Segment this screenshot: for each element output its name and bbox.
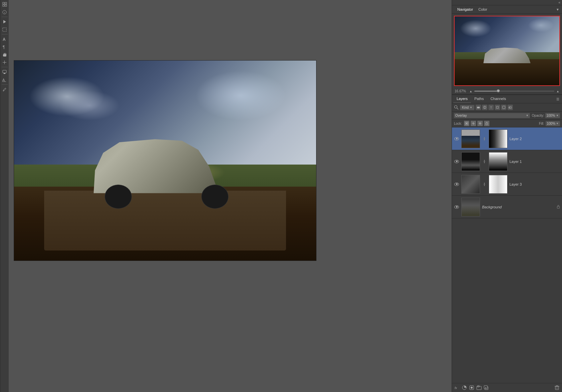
svg-rect-13 [6,54,6,55]
svg-point-41 [484,161,485,162]
layer2-mask-thumb [489,129,507,148]
panels-icon[interactable] [1,1,8,8]
lock-all-icon[interactable] [484,121,489,126]
svg-point-47 [471,387,473,389]
blend-mode-value: Overlay [455,114,467,117]
play-icon[interactable] [1,18,8,25]
filter-shape-icon[interactable] [495,105,500,110]
canvas-container[interactable] [14,60,316,261]
delete-layer-btn[interactable] [554,385,560,391]
zoom-bar: 16.67% ▲ ▲ [452,88,562,95]
layer1-thumb [461,152,480,171]
opacity-label: Opacity: [532,114,544,117]
panel-options-btn[interactable]: ▼ [556,8,559,11]
collapse-panel-btn[interactable]: « [452,0,562,5]
create-group-btn[interactable] [476,385,482,391]
lock-position-icon[interactable] [471,121,476,126]
paragraph-icon[interactable]: ¶ [1,43,8,51]
add-fx-btn[interactable]: fx [454,385,460,391]
layer1-link-icon [482,160,487,164]
svg-rect-29 [509,107,510,108]
zoom-in-icon[interactable]: ▲ [556,90,559,93]
svg-rect-16 [3,70,6,73]
eye-icon-background [454,205,459,209]
canvas-image [14,61,316,261]
svg-point-40 [484,138,485,139]
layer1-visibility[interactable] [454,160,459,163]
filter-bar: Kind ▼ T [452,103,562,112]
svg-marker-37 [479,123,480,124]
filter-dropdown-arrow: ▼ [470,106,472,109]
zoom-value: 16.67% [455,89,467,93]
tab-paths[interactable]: Paths [471,95,487,103]
layer3-mask-thumb [489,175,507,194]
layer2-link-icon [482,137,487,141]
svg-marker-6 [3,20,6,23]
tab-channels[interactable]: Channels [487,95,509,103]
zoom-slider-thumb[interactable] [497,89,500,92]
layer-item-background[interactable]: Background [452,196,562,218]
svg-rect-39 [486,123,488,125]
transform-icon[interactable] [1,59,8,66]
stamp-icon[interactable] [1,68,8,76]
info-icon[interactable]: i [1,8,8,16]
fill-arrow: ▼ [556,122,559,125]
tab-layers[interactable]: Layers [453,95,471,103]
navigator-panel: Navigator Color ▼ 16.67% [452,5,562,95]
lock-pixels-icon[interactable] [464,121,469,126]
background-visibility[interactable] [454,205,459,209]
lock-move-icon[interactable] [477,121,483,126]
search-icon [454,105,459,110]
type-icon[interactable]: A [1,76,8,83]
layer3-name: Layer 3 [509,182,560,186]
svg-point-21 [455,106,457,108]
eye-icon-layer2 [454,137,459,140]
zoom-slider[interactable] [474,91,554,92]
layer1-mask-thumb [489,152,507,171]
svg-rect-54 [555,386,559,390]
layer-item-layer2[interactable]: Layer 2 [452,127,562,150]
fill-value-input[interactable]: 100% ▼ [546,121,560,126]
hand-tool-icon[interactable] [1,51,8,58]
svg-rect-2 [3,5,4,6]
eye-icon-layer3 [454,183,459,186]
layer-item-layer3[interactable]: Layer 3 [452,173,562,196]
layer3-visibility[interactable] [454,183,459,186]
add-adjustment-btn[interactable] [461,385,467,391]
tab-color[interactable]: Color [476,7,490,12]
background-name: Background [482,205,555,209]
text-tool-icon[interactable]: A [1,35,8,43]
layers-list: Layer 2 Layer 1 [452,127,562,383]
opacity-arrow: ▼ [556,114,559,117]
separator-4 [2,84,8,85]
filter-text-icon[interactable]: T [488,105,494,110]
svg-marker-38 [480,123,481,124]
fill-value: 100% [547,122,556,125]
add-mask-btn[interactable] [469,385,475,391]
fill-label: Fill: [539,122,544,125]
separator-3 [2,67,8,67]
filter-color-icon[interactable] [507,105,513,110]
filter-pixel-icon[interactable] [476,105,481,110]
opacity-value-input[interactable]: 100% ▼ [545,113,560,118]
fill-control: Fill: 100% ▼ [539,121,560,126]
lock-label: Lock: [454,122,462,125]
layer2-visibility[interactable] [454,137,459,140]
blend-mode-dropdown[interactable]: Overlay ▼ [454,113,530,118]
zoom-out-icon[interactable]: ▲ [469,90,472,93]
create-layer-btn[interactable] [483,385,489,391]
edit-icon[interactable] [1,86,8,93]
svg-rect-56 [556,386,558,386]
svg-rect-0 [3,2,4,4]
filter-adjustment-icon[interactable] [482,105,487,110]
layers-menu-btn[interactable]: ☰ [555,96,561,102]
filter-kind-dropdown[interactable]: Kind ▼ [460,105,474,110]
tab-navigator[interactable]: Navigator [455,7,476,12]
layer-item-layer1[interactable]: Layer 1 [452,150,562,173]
filter-smart-icon[interactable] [501,105,506,110]
right-panel: « Navigator Color ▼ [452,0,562,392]
canvas-area [9,0,452,392]
select-tool-icon[interactable] [1,26,8,33]
separator-2 [2,34,8,34]
filter-kind-label: Kind [462,106,469,109]
